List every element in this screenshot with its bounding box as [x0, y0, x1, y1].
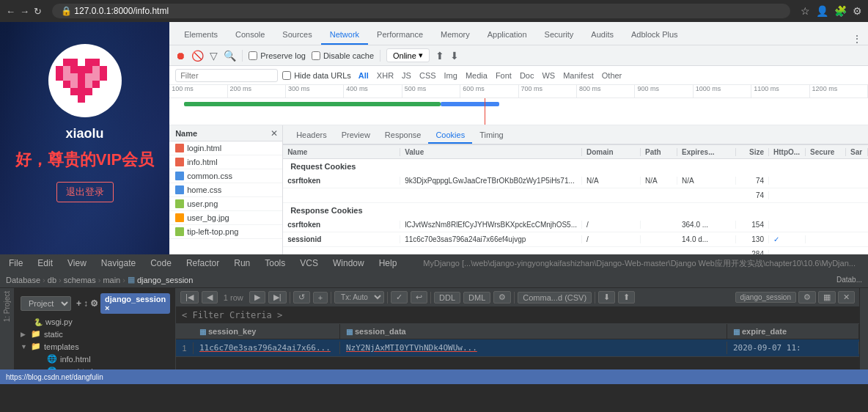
ide-vcs-menu[interactable]: VCS [297, 257, 321, 270]
ide-navigate-menu[interactable]: Navigate [98, 257, 139, 270]
devtools-settings-icon[interactable]: ⋮ [852, 33, 862, 45]
search-icon[interactable]: 🔍 [224, 50, 236, 62]
filter-type-font[interactable]: Font [493, 70, 515, 81]
tree-item-templates[interactable]: ▼ 📁 templates [15, 340, 175, 353]
tab-adblock[interactable]: Adblock Plus [622, 26, 687, 45]
preserve-log-checkbox[interactable] [249, 51, 257, 60]
tab-performance[interactable]: Performance [368, 26, 432, 45]
puzzle-icon[interactable]: 🧩 [834, 5, 847, 17]
request-item-tip-png[interactable]: tip-left-top.png [169, 225, 282, 239]
filter-type-js[interactable]: JS [399, 70, 414, 81]
address-bar[interactable]: 🔒 127.0.0.1:8000/info.html [52, 4, 790, 18]
filter-input[interactable] [175, 69, 278, 82]
filter-type-all[interactable]: All [356, 70, 372, 81]
tab-network[interactable]: Network [321, 26, 368, 45]
request-item-login[interactable]: login.html [169, 141, 282, 155]
cookie-row-sessionid[interactable]: sessionid 11c6c70e3sas796a24ai7x66ef4ujv… [283, 232, 868, 247]
tree-item-user-html[interactable]: 🌐 user.html [15, 365, 175, 369]
ide-file-menu[interactable]: File [6, 257, 26, 270]
logout-button[interactable]: 退出登录 [56, 182, 114, 202]
ide-edit-menu[interactable]: Edit [34, 257, 56, 270]
ide-code-menu[interactable]: Code [147, 257, 174, 270]
project-selector[interactable]: Project [21, 296, 71, 311]
db-import-icon[interactable]: ⬆ [618, 291, 635, 304]
settings-gear-icon[interactable]: ⚙ [90, 298, 98, 309]
ide-help-menu[interactable]: Help [376, 257, 400, 270]
db-nav-first[interactable]: |◀ [180, 291, 199, 304]
settings-icon[interactable]: ⚙ [853, 5, 862, 17]
filter-type-other[interactable]: Other [599, 70, 625, 81]
db-nav-next[interactable]: ▶ [249, 291, 265, 304]
profile-icon[interactable]: 👤 [816, 5, 828, 17]
breadcrumb-main[interactable]: main [103, 276, 120, 284]
db-tx-select[interactable]: Tx: Auto [334, 291, 384, 304]
db-config-icon[interactable]: ⚙ [493, 291, 511, 304]
tab-security[interactable]: Security [536, 26, 583, 45]
db-commit-icon[interactable]: ✓ [391, 291, 408, 304]
tab-timing[interactable]: Timing [472, 128, 511, 144]
db-add-icon[interactable]: + [313, 292, 328, 304]
db-refresh-icon[interactable]: ↺ [293, 291, 310, 304]
forward-icon[interactable]: → [20, 6, 29, 17]
request-item-user-png[interactable]: user.png [169, 197, 282, 211]
ide-run-menu[interactable]: Run [231, 257, 253, 270]
breadcrumb-table-name[interactable]: django_session [137, 276, 193, 284]
filter-type-xhr[interactable]: XHR [374, 70, 397, 81]
reload-icon[interactable]: ↻ [34, 6, 42, 17]
ide-collapse-icon[interactable]: Datab... [836, 276, 862, 284]
ide-tools-menu[interactable]: Tools [262, 257, 288, 270]
filter-icon[interactable]: ▽ [210, 50, 218, 62]
db-rollback-icon[interactable]: ↩ [411, 291, 427, 304]
tab-cookies[interactable]: Cookies [428, 128, 472, 144]
filter-type-doc[interactable]: Doc [517, 70, 537, 81]
clear-icon[interactable]: 🚫 [191, 50, 204, 62]
filter-type-css[interactable]: CSS [416, 70, 439, 81]
tree-item-wsgi[interactable]: 🐍 wsgi.py [15, 316, 175, 328]
db-dml-btn[interactable]: DML [463, 292, 490, 304]
breadcrumb-db[interactable]: db [48, 276, 56, 284]
tab-response[interactable]: Response [378, 128, 429, 144]
db-commit-dropdown[interactable]: Comma...d (CSV) [518, 292, 592, 304]
cookie-row-csrf[interactable]: csrftoken lCJvtWszNm8RlEfCyJYHWrsBKXpckE… [283, 218, 868, 232]
filter-type-ws[interactable]: WS [539, 70, 558, 81]
tab-headers[interactable]: Headers [289, 128, 334, 144]
request-item-common-css[interactable]: common.css [169, 169, 282, 183]
import-icon[interactable]: ⬆ [435, 50, 444, 62]
tree-item-static[interactable]: ▶ 📁 static [15, 328, 175, 340]
breadcrumb-database[interactable]: Database [6, 276, 40, 284]
filter-type-media[interactable]: Media [463, 70, 490, 81]
ide-view-menu[interactable]: View [65, 257, 89, 270]
request-item-info[interactable]: info.html [169, 155, 282, 169]
cookie-row[interactable]: csrftoken 9k3DjxPqppgLGwJaaCreTBrOKbB0zW… [283, 174, 868, 188]
tab-memory[interactable]: Memory [432, 26, 479, 45]
new-file-icon[interactable]: + [76, 298, 81, 309]
db-nav-prev[interactable]: ◀ [202, 291, 218, 304]
export-icon[interactable]: ⬇ [450, 50, 459, 62]
bookmark-icon[interactable]: ☆ [801, 5, 810, 17]
db-ddl-btn[interactable]: DDL [434, 292, 460, 304]
filter-type-manifest[interactable]: Manifest [560, 70, 597, 81]
tree-item-info-html[interactable]: 🌐 info.html [15, 353, 175, 365]
tab-preview[interactable]: Preview [334, 128, 378, 144]
request-item-home-css[interactable]: home.css [169, 183, 282, 197]
db-filter[interactable]: < Filter Criteria > [176, 307, 859, 324]
disable-cache-checkbox[interactable] [312, 51, 320, 60]
db-panel-icon[interactable]: ▦ [818, 291, 836, 304]
tab-console[interactable]: Console [227, 26, 273, 45]
close-panel-icon[interactable]: ✕ [266, 128, 282, 139]
db-export-icon[interactable]: ⬇ [598, 291, 615, 304]
collapse-all-icon[interactable]: ↕ [84, 298, 88, 309]
tab-sources[interactable]: Sources [273, 26, 320, 45]
tab-application[interactable]: Application [479, 26, 536, 45]
tab-audits[interactable]: Audits [582, 26, 622, 45]
ide-window-menu[interactable]: Window [330, 257, 367, 270]
breadcrumb-schemas[interactable]: schemas [64, 276, 96, 284]
ide-refactor-menu[interactable]: Refactor [183, 257, 222, 270]
django-session-tab[interactable]: django_session × [100, 293, 170, 314]
record-icon[interactable]: ⏺ [175, 50, 185, 62]
back-icon[interactable]: ← [6, 6, 15, 17]
filter-type-img[interactable]: Img [441, 70, 460, 81]
hide-data-urls-checkbox[interactable] [282, 71, 291, 80]
tab-elements[interactable]: Elements [175, 26, 227, 45]
db-nav-last[interactable]: ▶| [268, 291, 287, 304]
